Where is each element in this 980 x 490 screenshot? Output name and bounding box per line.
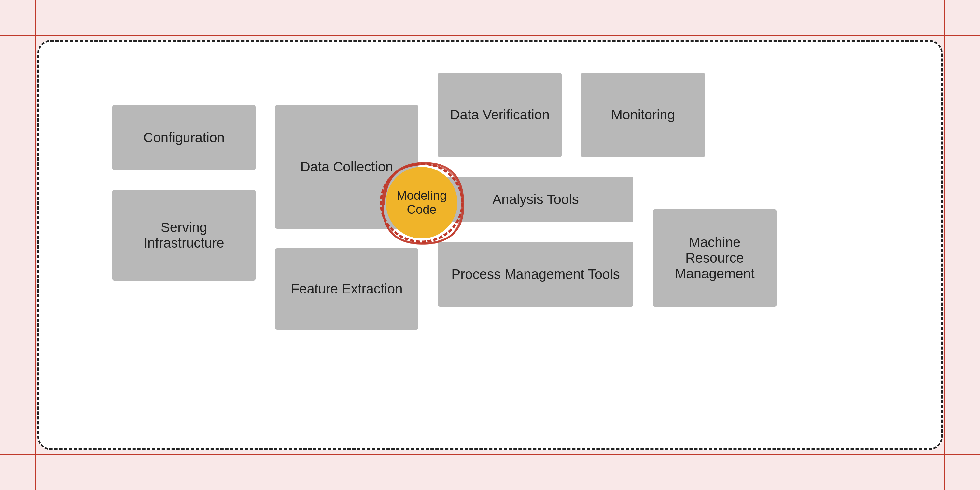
- serving-infrastructure-label: Serving Infrastructure: [119, 220, 249, 251]
- red-line-horizontal-top: [0, 35, 980, 36]
- data-verification-label: Data Verification: [450, 107, 550, 123]
- configuration-label: Configuration: [143, 130, 225, 146]
- red-line-horizontal-bottom: [0, 454, 980, 455]
- modeling-code-wrapper: ModelingCode: [379, 160, 464, 245]
- monitoring-label: Monitoring: [611, 107, 675, 123]
- main-container: Configuration Serving Infrastructure Dat…: [37, 40, 943, 450]
- data-verification-box: Data Verification: [438, 73, 562, 157]
- feature-extraction-box: Feature Extraction: [275, 248, 418, 330]
- analysis-tools-box: Analysis Tools: [438, 177, 633, 222]
- feature-extraction-label: Feature Extraction: [291, 281, 402, 297]
- red-line-vertical-right: [943, 0, 945, 490]
- monitoring-box: Monitoring: [581, 73, 705, 157]
- process-management-label: Process Management Tools: [451, 266, 620, 282]
- machine-resource-label: Machine Resource Management: [659, 235, 770, 281]
- red-line-vertical-left: [35, 0, 37, 490]
- diagram-area: Configuration Serving Infrastructure Dat…: [67, 66, 913, 424]
- machine-resource-box: Machine Resource Management: [653, 209, 776, 307]
- analysis-tools-label: Analysis Tools: [492, 192, 579, 207]
- process-management-box: Process Management Tools: [438, 242, 633, 307]
- serving-infrastructure-box: Serving Infrastructure: [112, 190, 256, 281]
- configuration-box: Configuration: [112, 105, 256, 170]
- scribble-circle: [376, 157, 467, 248]
